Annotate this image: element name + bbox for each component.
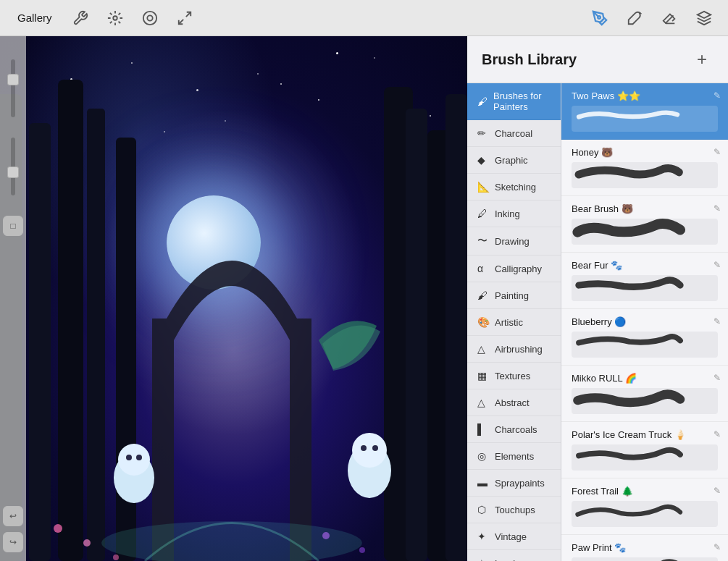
svg-point-0: [113, 16, 117, 20]
category-label: Calligraphy: [495, 263, 542, 274]
category-item-elements[interactable]: ◎Elements: [467, 443, 561, 470]
brush-name: Blueberry 🔵: [572, 316, 718, 327]
moon: [167, 195, 261, 290]
size-slider[interactable]: [11, 138, 15, 195]
category-icon: 🖌: [477, 96, 488, 107]
brush-preview: [572, 275, 718, 301]
svg-rect-13: [445, 94, 467, 561]
brush-preview: [572, 388, 718, 414]
category-icon: 🎨: [477, 316, 489, 328]
brush-name: Paw Print 🐾: [572, 542, 718, 553]
brush-preview: [572, 444, 718, 471]
category-icon: ▦: [477, 370, 489, 381]
svg-point-16: [83, 539, 91, 547]
category-item-calligraphy[interactable]: αCalligraphy: [467, 256, 561, 282]
brush-name: Forest Trail 🌲: [572, 486, 718, 497]
category-icon: ✏: [477, 127, 489, 139]
category-label: Sketching: [495, 182, 536, 193]
transform-button[interactable]: [172, 6, 197, 30]
brush-name: Bear Fur 🐾: [572, 260, 718, 271]
category-item-charcoal[interactable]: ✏Charcoal: [467, 120, 561, 147]
category-item-charcoals[interactable]: ▌Charcoals: [467, 416, 561, 443]
category-icon: ▌: [477, 423, 489, 435]
undo-button[interactable]: ↩: [3, 506, 23, 526]
category-item-textures[interactable]: ▦Textures: [467, 363, 561, 389]
brush-name: Polar's Ice Cream Truck 🍦: [572, 429, 718, 440]
brush-edit-icon: ✎: [714, 316, 721, 326]
brush-item-honey[interactable]: Honey 🐻 ✎: [561, 140, 728, 196]
brush-edit-icon: ✎: [714, 203, 721, 214]
add-brush-button[interactable]: +: [690, 48, 714, 71]
category-label: Textures: [495, 371, 530, 381]
svg-point-27: [372, 445, 378, 451]
brush-edit-icon: ✎: [714, 486, 721, 496]
brush-edit-icon: ✎: [714, 147, 721, 157]
layers-button[interactable]: [692, 6, 716, 30]
side-panel: □ ↩ ↪: [0, 36, 26, 561]
svg-line-1: [185, 12, 190, 16]
svg-rect-8: [87, 109, 105, 561]
category-icon: 🖊: [477, 208, 489, 219]
svg-rect-12: [427, 130, 453, 561]
gallery-button[interactable]: Gallery: [12, 9, 58, 27]
artwork-scene: [0, 36, 467, 561]
category-label: Luminance: [495, 558, 541, 562]
brush-item-paw-print[interactable]: Paw Print 🐾 ✎: [561, 535, 728, 561]
category-label: Abstract: [495, 397, 530, 408]
category-icon: 〜: [477, 235, 489, 248]
svg-rect-10: [384, 87, 413, 561]
category-item-brushes-for-painters[interactable]: 🖌Brushes for Painters: [467, 83, 561, 120]
brush-library-body: 🖌Brushes for Painters✏Charcoal◆Graphic📐S…: [467, 83, 728, 561]
wrench-button[interactable]: [68, 6, 93, 30]
svg-point-23: [136, 455, 142, 460]
category-icon: △: [477, 397, 489, 408]
brush-item-polars-ice-cream[interactable]: Polar's Ice Cream Truck 🍦 ✎: [561, 422, 728, 478]
brush-edit-icon: ✎: [714, 90, 721, 101]
category-item-inking[interactable]: 🖊Inking: [467, 201, 561, 227]
brush-item-bear-brush[interactable]: Bear Brush 🐻 ✎: [561, 196, 728, 253]
svg-point-15: [54, 524, 62, 533]
svg-point-18: [322, 532, 330, 539]
category-item-abstract[interactable]: △Abstract: [467, 389, 561, 416]
brush-item-mikko-rull[interactable]: Mikko RULL 🌈 ✎: [561, 366, 728, 422]
brush-item-forest-trail[interactable]: Forest Trail 🌲 ✎: [561, 478, 728, 535]
adjustments-button[interactable]: [103, 6, 127, 30]
category-icon: ⬡: [477, 504, 489, 515]
category-label: Charcoal: [495, 128, 532, 139]
category-label: Graphic: [495, 155, 528, 166]
brush-preview: [572, 162, 718, 188]
liquify-button[interactable]: [138, 6, 162, 30]
svg-point-22: [126, 455, 132, 460]
brush-item-two-paws[interactable]: Two Paws ⭐⭐ ✎: [561, 83, 728, 140]
category-item-vintage[interactable]: ✦Vintage: [467, 523, 561, 550]
opacity-slider[interactable]: [11, 59, 15, 117]
svg-point-17: [113, 554, 119, 560]
category-item-airbrushing[interactable]: △Airbrushing: [467, 336, 561, 363]
square-tool-button[interactable]: □: [3, 216, 23, 236]
category-label: Painting: [495, 290, 529, 301]
toolbar: Gallery: [0, 0, 728, 36]
category-item-graphic[interactable]: ◆Graphic: [467, 147, 561, 174]
category-item-luminance[interactable]: ✧Luminance: [467, 550, 561, 561]
category-icon: ✧: [477, 557, 489, 561]
category-item-artistic[interactable]: 🎨Artistic: [467, 309, 561, 336]
category-item-spraypaints[interactable]: ▬Spraypaints: [467, 470, 561, 497]
svg-point-24: [348, 443, 391, 498]
svg-rect-6: [29, 123, 51, 561]
category-item-painting[interactable]: 🖌Painting: [467, 282, 561, 309]
category-icon: ▬: [477, 477, 489, 489]
category-label: Brushes for Painters: [493, 90, 551, 112]
svg-point-19: [359, 547, 365, 553]
brush-item-blueberry[interactable]: Blueberry 🔵 ✎: [561, 309, 728, 366]
category-item-drawing[interactable]: 〜Drawing: [467, 227, 561, 256]
canvas-area[interactable]: [0, 36, 467, 561]
category-item-sketching[interactable]: 📐Sketching: [467, 174, 561, 201]
category-item-touchups[interactable]: ⬡Touchups: [467, 497, 561, 523]
smudge-tool-button[interactable]: [622, 6, 647, 30]
eraser-tool-button[interactable]: [657, 6, 682, 30]
svg-line-2: [178, 19, 183, 23]
redo-button[interactable]: ↪: [3, 532, 23, 552]
category-icon: ◎: [477, 450, 489, 462]
brush-item-bear-fur[interactable]: Bear Fur 🐾 ✎: [561, 253, 728, 309]
pencil-tool-button[interactable]: [587, 6, 612, 30]
